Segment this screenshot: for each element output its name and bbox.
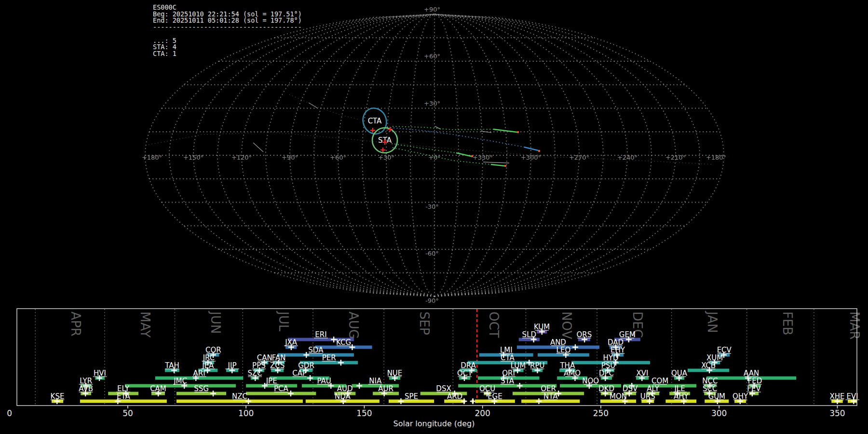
shower-label-JXA: JXA [285,338,298,347]
shower-label-RPU: RPU [530,361,544,370]
shower-label-AVB: AVB [79,384,93,393]
graticule-meridian [434,14,507,297]
shower-label-GUM: GUM [708,392,726,401]
unclassified-meteor-trail [309,103,317,108]
sky-map: +180°+150°+120°+90°+60°+30°+0°+330°+300°… [142,6,726,304]
shower-label-PAU: PAU [317,377,331,385]
shower-label-AMO: AMO [564,369,581,378]
trail-end-marker [504,165,506,167]
shower-label-HVI: HVI [94,369,106,378]
shower-label-PER: PER [322,353,336,362]
map-longitude-label: +90° [282,154,298,161]
shower-label-ERI: ERI [315,330,326,339]
month-label-OCT: OCT [487,312,501,338]
month-label-MAY: MAY [138,312,152,338]
map-longitude-label: +120° [231,154,252,161]
shower-label-EVI: EVI [847,392,858,401]
unclassified-meteor-trail [483,162,509,163]
meteor-trail-solid-green [493,129,517,132]
shower-label-CAM: CAM [150,384,166,393]
month-label-AUG: AUG [346,312,361,339]
map-longitude-label: +330° [473,154,493,161]
map-longitude-label: +300° [521,154,541,161]
peak-cross-NIA [356,383,362,389]
shower-label-SZC: SZC [247,369,262,378]
shower-label-DPC: DPC [599,369,614,378]
x-tick-label-350: 350 [829,408,845,418]
trail-end-marker [517,131,519,133]
peak-cross-NTA [536,398,542,404]
shower-label-STA: STA [501,377,515,385]
shower-label-AUR: AUR [378,384,393,393]
map-latitude-label: -90° [425,297,439,304]
x-axis-title: Solar longitude (deg) [393,419,475,428]
radiant-cross [388,127,393,132]
shower-label-ARI: ARI [193,369,205,378]
peak-cross-PCA [288,391,294,396]
peak-cross-AND [572,344,578,350]
map-longitude-label: +180° [706,154,726,161]
shower-label-OCT: OCT [457,369,473,378]
map-latitude-label: +90° [424,6,440,13]
app-window: ES000C Beg: 20251010 22:21:54 (sol = 197… [0,0,868,434]
shower-label-NDA: NDA [335,392,351,401]
shower-label-NZC: NZC [232,392,247,401]
map-longitude-label: +150° [183,154,203,161]
shower-label-XCB: XCB [701,361,716,370]
shower-label-ORS: ORS [576,330,592,339]
radiant-label-CTA: CTA [368,117,382,125]
shower-label-QUA: QUA [671,369,688,378]
month-label-MAR: MAR [847,312,862,339]
meteor-trail-dotted-green [392,144,456,153]
map-longitude-label: +0° [428,154,441,161]
shower-label-ZCS: ZCS [270,361,285,370]
shower-label-MON: MON [610,392,627,401]
shower-label-AHY: AHY [674,392,689,401]
month-label-JUN: JUN [208,311,223,334]
map-latitude-label: -60° [425,250,439,257]
meteor-trail-dotted-green [393,126,493,130]
shower-label-XVI: XVI [637,369,649,378]
shower-label-XHE: XHE [829,392,844,401]
month-label-APR: APR [68,312,83,337]
shower-label-SSG: SSG [194,384,209,393]
shower-label-FEV: FEV [747,384,761,393]
month-label-JUL: JUL [276,311,291,332]
month-label-JAN: JAN [705,311,719,333]
shower-label-SPE: SPE [405,392,418,401]
shower-label-KCG: KCG [336,338,351,347]
shower-label-ARD: ARD [447,392,462,401]
map-longitude-label: +30° [378,154,394,161]
map-latitude-label: -30° [425,203,439,210]
map-longitude-label: +210° [665,154,686,161]
shower-label-TAH: TAH [164,361,179,370]
shower-label-ETA: ETA [117,392,130,401]
graticule-meridian [169,14,434,297]
meteor-trail-solid-green [491,164,504,166]
unclassified-meteor-trail [481,131,491,133]
shower-label-JMC: JMC [173,377,187,385]
shower-label-LEO: LEO [556,346,571,354]
shower-label-URS: URS [640,392,655,401]
x-tick-label-50: 50 [122,408,133,418]
month-label-FEB: FEB [780,312,795,335]
peak-cross-CAP [307,375,313,381]
map-longitude-label: +270° [569,154,589,161]
shower-label-NOO: NOO [582,377,599,385]
map-longitude-label: +60° [330,154,346,161]
shower-label-OHY: OHY [732,392,748,401]
map-latitude-label: +30° [424,100,440,107]
activity-timeline: APRMAYJUNJULAUGSEPOCTNOVDECJANFEBMARKUME… [7,309,862,418]
shower-label-NUE: NUE [387,369,403,378]
map-longitude-label: +240° [617,154,637,161]
shower-label-CAP: CAP [292,369,307,378]
x-tick-label-150: 150 [356,408,372,418]
shower-label-EGE: EGE [488,392,502,401]
graticule-meridian [434,14,676,297]
peak-cross-SSG [210,391,216,396]
shower-label-JIP: JIP [228,361,237,370]
peak-cross-SPE [398,398,404,404]
radiant-cross [380,148,385,152]
x-tick-label-300: 300 [711,408,727,418]
graticule-meridian [290,14,434,297]
